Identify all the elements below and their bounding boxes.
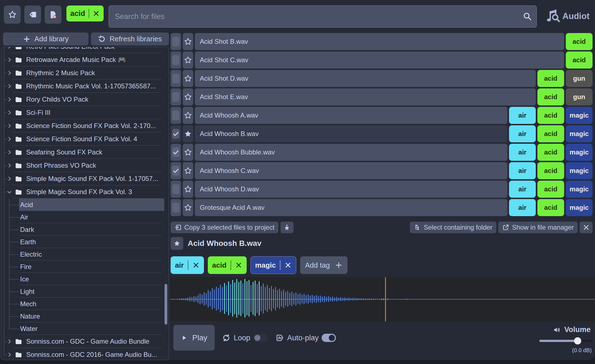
tree-subfolder-item[interactable]: Mech [1,298,169,310]
file-name[interactable]: Acid Whoosh C.wav [195,162,507,179]
tree-folder-item[interactable]: Sonniss.com - GDC 2016- Game Audio Bu... [1,348,169,360]
tree-subfolder-item[interactable]: Acid [1,199,169,211]
tree-folder-item[interactable]: Science Fiction Sound FX Pack Vol. 4 [1,132,169,146]
file-tag-air[interactable]: air [509,162,536,179]
file-tag-air[interactable]: air [509,107,536,124]
tree-scrollbar-thumb[interactable] [165,284,167,325]
file-tag-acid[interactable]: acid [537,125,564,142]
file-name[interactable]: Acid Shot C.wav [195,51,564,69]
file-tag-acid[interactable]: acid [537,199,564,216]
remove-tag-button[interactable] [192,262,200,269]
file-name[interactable]: Grotesque Acid A.wav [195,199,507,216]
tree-folder-item[interactable]: Short Phrases VO Pack [1,159,169,172]
tree-folder-item[interactable]: Simple Magic Sound FX Pack Vol. 3 [1,185,169,199]
remove-tag-button[interactable] [284,262,292,269]
file-tag-magic[interactable]: magic [566,162,593,179]
file-tag-magic[interactable]: magic [566,107,593,124]
show-in-file-manager-button[interactable]: Show in file manager [498,222,578,233]
search-input[interactable] [109,6,537,28]
slider-knob[interactable] [574,337,581,344]
file-tag-air[interactable]: air [509,144,536,161]
file-tag-acid[interactable]: acid [537,107,564,124]
file-tag-acid[interactable]: acid [537,88,564,105]
tree-subfolder-item[interactable]: Water [1,322,169,335]
file-star-button[interactable] [183,125,193,142]
file-checkbox[interactable] [171,162,181,179]
remove-filter-tag-button[interactable] [93,10,100,17]
detail-tag-chip-air[interactable]: air [171,256,204,274]
file-tag-gun[interactable]: gun [566,88,593,105]
file-name[interactable]: Acid Shot D.wav [195,70,536,87]
remove-tag-button[interactable] [235,262,242,269]
add-library-button[interactable]: Add library [3,32,88,45]
file-star-button[interactable] [183,107,193,124]
file-tag-magic[interactable]: magic [566,144,593,161]
close-detail-button[interactable] [580,222,593,233]
file-star-button[interactable] [183,33,193,50]
tree-subfolder-item[interactable]: Light [1,285,169,298]
file-checkbox[interactable] [171,51,181,69]
select-containing-folder-button[interactable]: Select containing folder [410,222,496,233]
tree-folder-item[interactable]: Seafaring Sound FX Pack [1,146,169,159]
file-tag-acid[interactable]: acid [566,33,593,50]
file-tag-magic[interactable]: magic [566,125,593,142]
file-tag-acid[interactable]: acid [537,181,564,198]
tree-folder-item[interactable]: Retro Pixel Sound Effect Pack [1,47,169,53]
file-tag-acid[interactable]: acid [566,51,593,69]
favorites-filter-button[interactable] [4,6,21,24]
volume-slider[interactable] [539,337,592,344]
file-checkbox[interactable] [171,70,181,87]
file-name[interactable]: Acid Whoosh B.wav [195,125,507,142]
tree-folder-item[interactable]: Rhythmic Music Pack Vol. 1-17057365587..… [1,80,169,93]
file-tag-air[interactable]: air [509,181,536,198]
tree-folder-item[interactable]: Sci-Fi III [1,106,169,119]
add-tag-button[interactable]: Add tag [300,256,348,274]
file-name[interactable]: Acid Whoosh Bubble.wav [195,144,507,161]
file-checkbox[interactable] [171,144,181,161]
clear-selection-button[interactable] [281,222,294,233]
file-star-button[interactable] [183,88,193,105]
tree-folder-item[interactable]: Science Fiction Sound FX Pack Vol. 2-170… [1,119,169,132]
detail-tag-chip-acid[interactable]: acid [208,256,247,274]
tree-subfolder-item[interactable]: Earth [1,236,169,248]
file-tag-gun[interactable]: gun [566,70,593,87]
file-checkbox[interactable] [171,88,181,105]
file-star-button[interactable] [183,181,193,198]
file-checkbox[interactable] [171,107,181,124]
waveform-display[interactable] [170,277,595,321]
tree-folder-item[interactable]: Rory Childs VO Pack [1,93,169,106]
tree-folder-item[interactable]: Simple Magic Sound FX Pack Vol. 1-17057.… [1,172,169,185]
tag-filter-button[interactable] [24,6,41,24]
file-tag-magic[interactable]: magic [566,181,593,198]
file-checkbox[interactable] [171,33,181,50]
file-star-button[interactable] [183,51,193,69]
tree-subfolder-item[interactable]: Electric [1,248,169,260]
tree-subfolder-item[interactable]: Nature [1,310,169,322]
file-star-button[interactable] [183,199,193,216]
tree-subfolder-item[interactable]: Ice [1,273,169,285]
file-name[interactable]: Acid Whoosh D.wav [195,181,507,198]
tree-folder-item[interactable]: Retrowave Arcade Music Pack 🎮 [1,53,169,66]
tree-subfolder-item[interactable]: Fire [1,260,169,273]
file-tag-air[interactable]: air [509,125,536,142]
file-name[interactable]: Acid Shot B.wav [195,33,564,50]
autoplay-toggle[interactable] [322,334,336,342]
clear-tag-filter-button[interactable] [45,6,61,24]
file-checkbox[interactable] [171,181,181,198]
tree-folder-item[interactable]: Rhythmic 2 Music Pack [1,66,169,80]
file-star-button[interactable] [183,162,193,179]
file-tag-acid[interactable]: acid [537,162,564,179]
detail-tag-chip-magic[interactable]: magic [251,256,296,274]
refresh-libraries-button[interactable]: Refresh libraries [91,32,169,45]
file-tag-air[interactable]: air [509,199,536,216]
play-button[interactable]: Play [173,325,215,351]
file-checkbox[interactable] [171,199,181,216]
tree-subfolder-item[interactable]: Air [1,211,169,223]
file-name[interactable]: Acid Shot E.wav [195,88,536,105]
file-star-button[interactable] [183,70,193,87]
file-tag-magic[interactable]: magic [566,199,593,216]
favorite-file-button[interactable] [171,237,183,250]
tree-subfolder-item[interactable]: Dark [1,223,169,236]
file-tag-acid[interactable]: acid [537,144,564,161]
tree-folder-item[interactable]: Sonniss.com - GDC - Game Audio Bundle [1,335,169,348]
